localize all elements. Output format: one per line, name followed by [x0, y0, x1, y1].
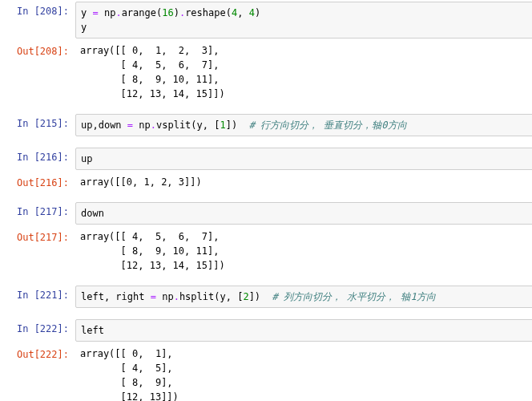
- code-input[interactable]: left: [75, 319, 532, 342]
- input-prompt: In [215]:: [2, 114, 75, 129]
- input-cell: In [222]:left: [2, 319, 532, 342]
- code-input[interactable]: left, right = np.hsplit(y, [2]) # 列方向切分，…: [75, 286, 532, 308]
- output-cell: Out[222]:array([[ 0, 1], [ 4, 5], [ 8, 9…: [2, 345, 532, 401]
- code-input[interactable]: up,down = np.vsplit(y, [1]) # 行方向切分， 垂直切…: [75, 114, 532, 136]
- output-prompt: Out[216]:: [2, 173, 75, 188]
- input-prompt: In [222]:: [2, 319, 75, 334]
- cell-gap: [2, 277, 532, 286]
- output-cell: Out[216]:array([[0, 1, 2, 3]]): [2, 173, 532, 191]
- output-prompt: Out[222]:: [2, 345, 75, 360]
- input-prompt: In [217]:: [2, 202, 75, 217]
- output-prompt: Out[217]:: [2, 228, 75, 243]
- output-prompt: Out[208]:: [2, 42, 75, 57]
- code-input[interactable]: y = np.arange(16).reshape(4, 4) y: [75, 2, 532, 38]
- notebook-view: In [208]:y = np.arange(16).reshape(4, 4)…: [2, 2, 532, 401]
- cell-gap: [2, 194, 532, 202]
- input-cell: In [216]:up: [2, 148, 532, 170]
- cell-gap: [2, 106, 532, 114]
- code-output: array([[ 0, 1], [ 4, 5], [ 8, 9], [12, 1…: [75, 345, 532, 401]
- code-input[interactable]: up: [75, 148, 532, 170]
- input-cell: In [208]:y = np.arange(16).reshape(4, 4)…: [2, 2, 532, 38]
- output-cell: Out[208]:array([[ 0, 1, 2, 3], [ 4, 5, 6…: [2, 42, 532, 103]
- input-prompt: In [221]:: [2, 286, 75, 301]
- cell-gap: [2, 311, 532, 319]
- input-cell: In [221]:left, right = np.hsplit(y, [2])…: [2, 286, 532, 308]
- input-prompt: In [216]:: [2, 148, 75, 163]
- code-input[interactable]: down: [75, 202, 532, 225]
- input-cell: In [217]:down: [2, 202, 532, 225]
- code-output: array([[0, 1, 2, 3]]): [75, 173, 532, 191]
- code-output: array([[ 4, 5, 6, 7], [ 8, 9, 10, 11], […: [75, 228, 532, 274]
- output-cell: Out[217]:array([[ 4, 5, 6, 7], [ 8, 9, 1…: [2, 228, 532, 274]
- input-prompt: In [208]:: [2, 2, 75, 17]
- cell-gap: [2, 140, 532, 148]
- input-cell: In [215]:up,down = np.vsplit(y, [1]) # 行…: [2, 114, 532, 136]
- code-output: array([[ 0, 1, 2, 3], [ 4, 5, 6, 7], [ 8…: [75, 42, 532, 103]
